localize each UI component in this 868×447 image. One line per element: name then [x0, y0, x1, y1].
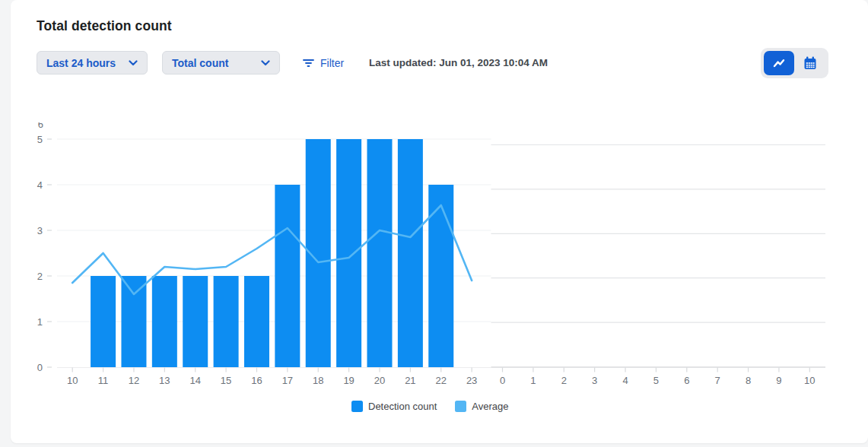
x-axis-label: 14 [189, 375, 200, 386]
chart-legend: Detection count Average [351, 401, 509, 412]
detection-count-bar-11[interactable] [91, 276, 116, 367]
x-axis-label: 15 [221, 375, 231, 386]
y-axis-label: 5 [37, 134, 43, 145]
detection-count-bar-19[interactable] [336, 139, 361, 367]
y-axis-label: 3 [37, 225, 43, 236]
x-axis-label: 13 [159, 375, 170, 386]
x-axis-label: 2 [561, 375, 567, 386]
average-legend-label: Average [472, 401, 508, 412]
x-axis-label: 3 [592, 375, 597, 386]
x-axis-label: 4 [622, 375, 628, 386]
detection-count-bar-16[interactable] [244, 276, 269, 367]
x-axis-label: 20 [374, 375, 385, 386]
y-axis-label: 1 [37, 316, 43, 328]
y-axis-label: 4 [37, 179, 43, 191]
x-axis-label: 7 [715, 375, 720, 386]
legend-item-average[interactable]: Average [455, 401, 508, 412]
detection-count-legend-label: Detection count [368, 401, 437, 412]
x-axis-label: 19 [343, 375, 354, 386]
legend-item-detection-count[interactable]: Detection count [351, 401, 437, 412]
x-axis-label: 8 [746, 375, 751, 386]
detection-count-bar-20[interactable] [367, 139, 393, 367]
x-axis-label: 0 [500, 375, 505, 386]
x-axis-label: 21 [405, 375, 415, 386]
x-axis-label: 18 [313, 375, 323, 386]
page: Total detection count Last 24 hours Tota… [0, 0, 868, 447]
detection-count-bar-12[interactable] [121, 276, 146, 367]
x-axis-label: 1 [530, 375, 536, 386]
average-swatch [455, 401, 466, 412]
x-axis-label: 16 [251, 375, 262, 386]
detection-count-bar-14[interactable] [183, 276, 208, 367]
x-axis-label: 10 [804, 375, 815, 386]
x-axis-label: 22 [436, 375, 447, 386]
y-axis-label: 0 [37, 362, 43, 373]
detection-count-bar-21[interactable] [398, 139, 423, 367]
x-axis-label: 23 [466, 375, 477, 386]
detection-count-swatch [351, 401, 363, 412]
detection-count-bar-13[interactable] [152, 276, 177, 367]
detection-count-bar-15[interactable] [214, 276, 239, 367]
x-axis-label: 5 [653, 375, 659, 386]
y-axis-label: 2 [37, 271, 43, 282]
x-axis-label: 6 [684, 375, 689, 386]
x-axis-label: 12 [129, 375, 139, 386]
detection-count-bar-22[interactable] [428, 185, 453, 367]
x-axis-label: 11 [98, 375, 109, 386]
x-axis-label: 10 [67, 375, 78, 386]
detection-chart: 0123451011121314151617181920212223012345… [0, 0, 868, 447]
x-axis-label: 9 [776, 375, 781, 386]
detection-count-bar-17[interactable] [275, 185, 300, 367]
x-axis-label: 17 [282, 375, 293, 386]
